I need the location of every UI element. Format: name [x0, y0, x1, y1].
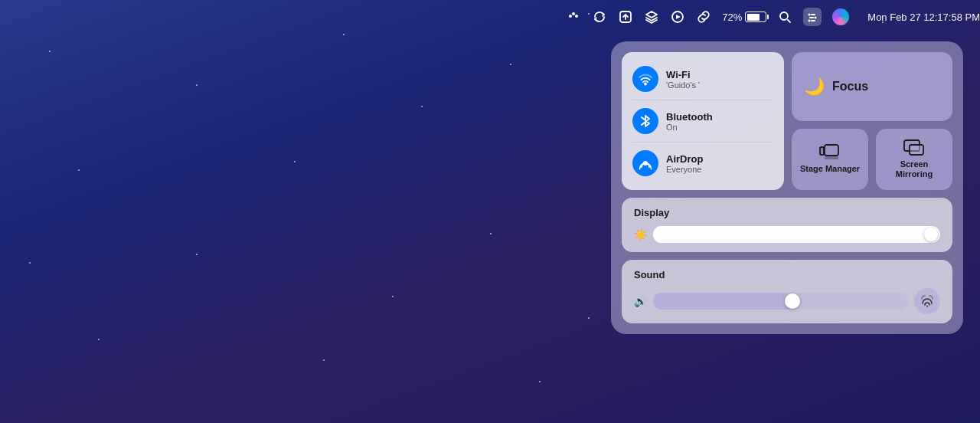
svg-rect-9: [811, 14, 815, 15]
divider-1: [632, 100, 773, 100]
volume-icon: 🔊: [634, 295, 647, 307]
link-icon[interactable]: [696, 9, 711, 25]
sound-label: Sound: [634, 269, 940, 280]
focus-tile[interactable]: 🌙 Focus: [792, 52, 952, 121]
wifi-item[interactable]: Wi-Fi 'Guido's ': [632, 61, 773, 97]
stage-manager-icon: [819, 144, 841, 161]
top-row: Wi-Fi 'Guido's ' Bluetooth On: [622, 52, 952, 190]
svg-point-2: [569, 15, 572, 18]
volume-thumb: [785, 293, 800, 309]
svg-point-8: [808, 14, 811, 16]
svg-point-7: [780, 12, 788, 20]
screen-mirroring-tile[interactable]: Screen Mirroring: [876, 129, 952, 190]
network-tile: Wi-Fi 'Guido's ' Bluetooth On: [622, 52, 784, 190]
sound-slider-row: 🔊: [634, 288, 940, 314]
control-center-panel: Wi-Fi 'Guido's ' Bluetooth On: [611, 41, 963, 334]
bluetooth-text: Bluetooth On: [666, 111, 713, 132]
battery-percent-label: 72%: [722, 11, 742, 23]
svg-point-21: [926, 306, 928, 307]
sound-section: Sound 🔊: [622, 260, 952, 323]
svg-rect-13: [811, 20, 815, 21]
bluetooth-icon-circle: [632, 108, 658, 134]
stage-manager-tile[interactable]: Stage Manager: [792, 129, 868, 190]
siri-icon[interactable]: [832, 8, 849, 25]
svg-rect-20: [910, 145, 923, 155]
right-tiles: 🌙 Focus Stage Manager: [792, 52, 952, 190]
upload-icon[interactable]: [618, 9, 633, 25]
airdrop-item[interactable]: AirDrop Everyone: [632, 146, 773, 181]
svg-point-12: [808, 20, 811, 22]
screen-mirroring-label: Screen Mirroring: [884, 159, 945, 179]
wifi-text: Wi-Fi 'Guido's ': [666, 69, 700, 90]
svg-point-0: [572, 12, 575, 15]
airdrop-label: AirDrop: [666, 153, 703, 165]
search-icon[interactable]: [777, 9, 792, 25]
display-section: Display ☀️: [622, 198, 952, 252]
airdrop-sub: Everyone: [666, 165, 703, 174]
wifi-icon-circle: [632, 66, 658, 92]
volume-slider[interactable]: [653, 293, 908, 310]
play-circle-icon[interactable]: [670, 9, 685, 25]
display-slider-row: ☀️: [634, 226, 940, 243]
small-tiles-row: Stage Manager Screen Mirroring: [792, 129, 952, 190]
brightness-fill: [653, 226, 926, 243]
stage-manager-label: Stage Manager: [800, 164, 860, 174]
airdrop-icon-circle: [632, 150, 658, 176]
bluetooth-item[interactable]: Bluetooth On: [632, 103, 773, 139]
focus-moon-icon: 🌙: [804, 77, 825, 97]
svg-rect-11: [809, 17, 814, 18]
control-center-button[interactable]: [803, 8, 822, 26]
battery-icon: [745, 11, 766, 22]
svg-point-14: [645, 84, 646, 85]
screen-mirroring-icon: [903, 139, 925, 156]
bluetooth-label: Bluetooth: [666, 111, 713, 123]
clock: Mon Feb 27 12:17:58 PM: [867, 11, 980, 23]
airdrop-text: AirDrop Everyone: [666, 153, 703, 174]
divider-2: [632, 142, 773, 143]
brightness-icon: ☀️: [634, 228, 647, 241]
radiant-icon[interactable]: [566, 9, 581, 25]
volume-fill: [653, 293, 793, 310]
menubar-icons: 72% Mon Feb 27 12:17:5: [566, 8, 980, 26]
brightness-slider[interactable]: [653, 226, 940, 243]
svg-rect-18: [825, 156, 838, 159]
display-label: Display: [634, 207, 940, 218]
svg-marker-6: [676, 15, 681, 19]
battery-indicator: 72%: [722, 11, 766, 23]
svg-marker-4: [646, 11, 657, 18]
svg-point-10: [815, 17, 817, 19]
bluetooth-sub: On: [666, 123, 713, 132]
brightness-thumb: [924, 228, 938, 241]
svg-rect-17: [820, 147, 824, 155]
svg-rect-16: [825, 145, 838, 156]
svg-point-1: [575, 15, 578, 18]
airplay-button[interactable]: [914, 288, 940, 314]
focus-label: Focus: [832, 80, 868, 93]
arrows-rotate-icon[interactable]: [592, 9, 607, 25]
layers-icon[interactable]: [644, 9, 659, 25]
wifi-sub: 'Guido's ': [666, 80, 700, 90]
menubar: 72% Mon Feb 27 12:17:5: [0, 0, 980, 34]
wifi-label: Wi-Fi: [666, 69, 700, 80]
